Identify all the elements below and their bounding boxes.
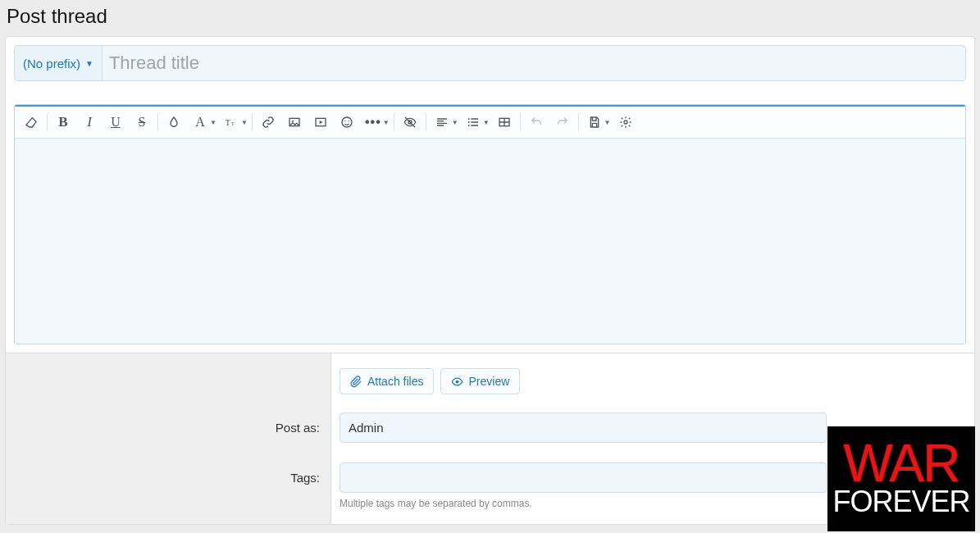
svg-point-6 (344, 121, 345, 121)
tags-hint: Multiple tags may be separated by commas… (340, 498, 827, 509)
svg-point-15 (456, 380, 459, 383)
image-icon (288, 116, 301, 129)
svg-point-11 (467, 121, 469, 123)
toolbar-separator (520, 113, 521, 131)
svg-point-3 (292, 121, 294, 122)
attach-files-button[interactable]: Attach files (340, 368, 434, 394)
link-icon (262, 116, 275, 129)
gear-icon (619, 116, 632, 129)
preview-button[interactable]: Preview (440, 368, 520, 394)
svg-point-7 (348, 121, 349, 121)
caret-down-icon: ▼ (210, 119, 217, 126)
toggle-bbcode-button[interactable] (397, 110, 423, 134)
redo-button[interactable] (549, 110, 576, 134)
preview-label: Preview (468, 375, 509, 388)
svg-point-12 (467, 125, 469, 126)
list-icon (467, 116, 480, 129)
insert-link-button[interactable] (255, 110, 281, 134)
smilie-button[interactable] (334, 110, 360, 134)
editor: B I U S A ▼ TT ▼ (14, 104, 966, 344)
insert-image-button[interactable] (281, 110, 308, 134)
site-logo: WAR FOREVER (827, 426, 975, 531)
post-as-label: Post as: (7, 412, 331, 435)
toolbar-separator (426, 113, 426, 131)
insert-table-button[interactable] (491, 110, 517, 134)
settings-button[interactable] (613, 110, 639, 134)
italic-button[interactable]: I (76, 110, 103, 134)
thread-title-input[interactable] (103, 46, 965, 80)
smile-icon (340, 116, 353, 129)
strikethrough-button[interactable]: S (129, 110, 155, 134)
action-buttons: Attach files Preview (331, 368, 974, 412)
post-as-input[interactable] (340, 412, 827, 443)
font-size-icon: TT (225, 116, 238, 129)
caret-down-icon: ▼ (452, 119, 458, 126)
toolbar-separator (157, 113, 158, 131)
attach-files-label: Attach files (367, 375, 423, 388)
redo-icon (556, 116, 569, 129)
eye-slash-icon (403, 116, 417, 129)
caret-down-icon: ▼ (604, 119, 611, 126)
caret-down-icon: ▼ (241, 119, 248, 126)
remove-formatting-button[interactable] (18, 110, 44, 134)
page-title: Post thread (7, 5, 975, 28)
paperclip-icon (350, 376, 362, 388)
media-icon (314, 116, 327, 129)
table-icon (498, 116, 511, 129)
align-left-icon (435, 116, 449, 129)
toolbar-separator (47, 113, 48, 131)
undo-button[interactable] (523, 110, 549, 134)
underline-button[interactable]: U (103, 110, 129, 134)
text-color-button[interactable] (161, 110, 187, 134)
undo-icon (530, 116, 543, 129)
form-label-column (6, 353, 330, 524)
svg-text:T: T (231, 121, 235, 126)
toolbar-separator (252, 113, 253, 131)
thread-title-row: (No prefix) ▼ (14, 45, 966, 81)
droplet-icon (167, 116, 180, 129)
logo-line1: WAR (844, 441, 959, 485)
svg-point-14 (624, 121, 627, 124)
logo-line2: FOREVER (832, 487, 969, 517)
prefix-dropdown[interactable]: (No prefix) ▼ (15, 46, 103, 80)
caret-down-icon: ▼ (483, 119, 490, 126)
toolbar-separator (578, 113, 579, 131)
save-icon (588, 116, 601, 129)
editor-toolbar: B I U S A ▼ TT ▼ (15, 107, 965, 139)
tags-input[interactable] (340, 462, 827, 493)
eraser-icon (25, 116, 38, 129)
bold-button[interactable]: B (50, 110, 76, 134)
prefix-label: (No prefix) (23, 57, 80, 71)
toolbar-separator (394, 113, 394, 131)
eye-icon (451, 376, 463, 388)
svg-point-10 (467, 118, 469, 120)
svg-point-5 (342, 117, 352, 127)
svg-text:T: T (226, 118, 230, 127)
caret-down-icon: ▼ (85, 59, 93, 68)
editor-textarea[interactable] (15, 139, 965, 344)
tags-label: Tags: (7, 462, 331, 485)
caret-down-icon: ▼ (383, 119, 390, 126)
insert-media-button[interactable] (308, 110, 334, 134)
